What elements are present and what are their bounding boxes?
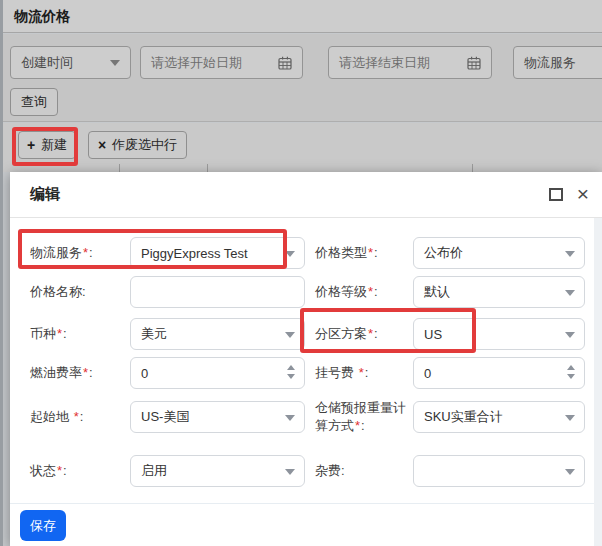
status-label: 状态*: bbox=[30, 462, 130, 480]
form-row: 币种*: 美元 分区方案*: US bbox=[30, 318, 585, 350]
chevron-down-icon bbox=[285, 415, 295, 421]
chevron-down-icon bbox=[285, 469, 295, 475]
new-button-label: 新建 bbox=[41, 136, 67, 154]
maximize-icon[interactable] bbox=[549, 188, 563, 201]
price-level-value: 默认 bbox=[424, 283, 450, 301]
background-page: 物流价格 创建时间 请选择开始日期 请选择结束日期 物流服务 查询 + bbox=[0, 0, 602, 172]
chevron-down-icon bbox=[565, 415, 575, 421]
chevron-down-icon bbox=[565, 332, 575, 338]
form-row: 燃油费率*: 0 挂号费 *: 0 bbox=[30, 357, 585, 389]
origin-label: 起始地 *: bbox=[30, 408, 130, 426]
time-type-select[interactable]: 创建时间 bbox=[10, 46, 131, 79]
fuel-rate-value: 0 bbox=[141, 366, 148, 381]
service-label: 物流服务*: bbox=[30, 244, 130, 262]
misc-fee-select[interactable] bbox=[413, 455, 585, 487]
chevron-down-icon bbox=[110, 60, 120, 66]
chevron-down-icon bbox=[285, 332, 295, 338]
form-row: 起始地 *: US-美国 仓储预报重量计算方式*: SKU实重合计 bbox=[30, 401, 585, 433]
status-value: 启用 bbox=[141, 462, 167, 480]
zone-plan-label: 分区方案*: bbox=[315, 325, 411, 343]
required-star: * bbox=[74, 409, 79, 424]
page-header: 物流价格 bbox=[0, 0, 602, 33]
dialog-title: 编辑 bbox=[30, 185, 60, 204]
end-date-input[interactable]: 请选择结束日期 bbox=[328, 46, 492, 79]
status-select[interactable]: 启用 bbox=[130, 455, 305, 487]
chevron-down-icon bbox=[565, 469, 575, 475]
price-name-input[interactable] bbox=[130, 276, 305, 308]
price-type-value: 公布价 bbox=[424, 244, 463, 262]
misc-fee-label: 杂费: bbox=[315, 462, 411, 480]
registration-fee-stepper[interactable]: 0 bbox=[413, 357, 585, 389]
price-level-select[interactable]: 默认 bbox=[413, 276, 585, 308]
start-date-placeholder: 请选择开始日期 bbox=[151, 54, 242, 72]
window-left-edge bbox=[0, 0, 3, 546]
chevron-down-icon bbox=[565, 290, 575, 296]
currency-label: 币种*: bbox=[30, 325, 130, 343]
required-star: * bbox=[57, 463, 62, 478]
zone-plan-value: US bbox=[424, 327, 442, 342]
logistics-service-filter-value: 物流服务 bbox=[524, 54, 576, 72]
start-date-input[interactable]: 请选择开始日期 bbox=[140, 46, 303, 79]
required-star: * bbox=[359, 365, 364, 380]
origin-value: US-美国 bbox=[141, 408, 189, 426]
required-star: * bbox=[368, 245, 373, 260]
weight-calc-value: SKU实重合计 bbox=[424, 408, 503, 426]
scrollbar-track[interactable] bbox=[594, 218, 602, 546]
required-star: * bbox=[83, 365, 88, 380]
price-name-label: 价格名称: bbox=[30, 283, 130, 301]
required-star: * bbox=[355, 418, 360, 433]
weight-calc-label: 仓储预报重量计算方式*: bbox=[315, 399, 411, 434]
search-button[interactable]: 查询 bbox=[10, 88, 58, 116]
close-icon[interactable]: × bbox=[573, 180, 593, 208]
spinner-down-icon bbox=[567, 374, 575, 379]
service-select[interactable]: PiggyExpress Test bbox=[130, 237, 305, 269]
void-button-label: 作废选中行 bbox=[112, 136, 177, 154]
logistics-service-filter-input[interactable]: 物流服务 bbox=[513, 46, 602, 79]
form-row: 物流服务*: PiggyExpress Test 价格类型*: 公布价 bbox=[30, 237, 585, 269]
plus-icon: + bbox=[27, 138, 35, 152]
form-row: 状态*: 启用 杂费: bbox=[30, 455, 585, 487]
screen: 物流价格 创建时间 请选择开始日期 请选择结束日期 物流服务 查询 + bbox=[0, 0, 602, 546]
save-button[interactable]: 保存 bbox=[20, 510, 66, 541]
price-level-label: 价格等级*: bbox=[315, 283, 411, 301]
void-selected-rows-button[interactable]: × 作废选中行 bbox=[88, 131, 187, 159]
x-icon: × bbox=[98, 138, 106, 152]
stepper-arrows[interactable] bbox=[567, 365, 575, 379]
table-column-edge bbox=[472, 164, 473, 172]
chevron-down-icon bbox=[565, 251, 575, 257]
edit-dialog: 编辑 × 物流服务*: PiggyExpress Test 价格类型*: 公布价… bbox=[10, 172, 602, 546]
required-star: * bbox=[57, 326, 62, 341]
footer-divider bbox=[10, 503, 594, 504]
currency-select[interactable]: 美元 bbox=[130, 318, 305, 350]
required-star: * bbox=[368, 326, 373, 341]
required-star: * bbox=[83, 245, 88, 260]
registration-fee-label: 挂号费 *: bbox=[315, 364, 411, 382]
end-date-placeholder: 请选择结束日期 bbox=[339, 54, 430, 72]
price-type-select[interactable]: 公布价 bbox=[413, 237, 585, 269]
spinner-up-icon bbox=[567, 365, 575, 370]
zone-plan-select[interactable]: US bbox=[413, 318, 585, 350]
registration-fee-value: 0 bbox=[424, 366, 431, 381]
stepper-arrows[interactable] bbox=[287, 365, 295, 379]
currency-value: 美元 bbox=[141, 325, 167, 343]
weight-calc-select[interactable]: SKU实重合计 bbox=[413, 401, 585, 433]
fuel-rate-stepper[interactable]: 0 bbox=[130, 357, 305, 389]
origin-select[interactable]: US-美国 bbox=[130, 401, 305, 433]
calendar-icon bbox=[278, 56, 292, 70]
table-column-edge bbox=[207, 164, 208, 172]
calendar-icon bbox=[467, 56, 481, 70]
new-button[interactable]: + 新建 bbox=[18, 131, 76, 159]
chevron-down-icon bbox=[285, 251, 295, 257]
dialog-header: 编辑 × bbox=[10, 172, 602, 218]
time-type-value: 创建时间 bbox=[21, 54, 73, 72]
page-title: 物流价格 bbox=[14, 8, 70, 26]
service-value: PiggyExpress Test bbox=[141, 246, 248, 261]
form-row: 价格名称: 价格等级*: 默认 bbox=[30, 276, 585, 308]
price-type-label: 价格类型*: bbox=[315, 244, 411, 262]
table-column-edge bbox=[119, 164, 120, 172]
spinner-up-icon bbox=[287, 365, 295, 370]
fuel-rate-label: 燃油费率*: bbox=[30, 364, 130, 382]
required-star: * bbox=[368, 284, 373, 299]
spinner-down-icon bbox=[287, 374, 295, 379]
